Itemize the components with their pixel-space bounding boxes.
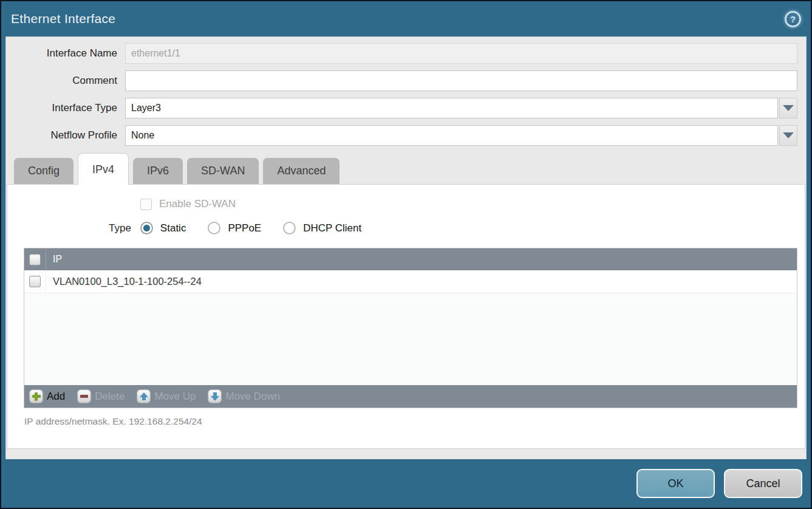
radio-selected-icon — [140, 222, 153, 234]
select-all-checkbox[interactable] — [29, 254, 41, 265]
interface-type-label: Interface Type — [6, 102, 125, 114]
radio-option-static[interactable]: Static — [140, 222, 186, 234]
tab-config[interactable]: Config — [14, 158, 73, 184]
ip-column-header: IP — [46, 254, 62, 265]
netflow-profile-dropdown-button[interactable] — [779, 125, 797, 146]
row-checkbox[interactable] — [29, 276, 41, 287]
comment-label: Comment — [6, 75, 125, 87]
move-up-button-label: Move Up — [154, 391, 196, 403]
radio-unselected-icon — [283, 222, 296, 234]
dropdown-arrow-icon — [783, 105, 794, 111]
tab-ipv6[interactable]: IPv6 — [133, 158, 183, 184]
ethernet-interface-dialog: Ethernet Interface ? Interface Name Comm… — [0, 0, 812, 509]
arrow-up-icon — [137, 390, 150, 403]
table-toolbar: Add Delete Move Up Move Down — [24, 385, 797, 408]
move-down-button-label: Move Down — [225, 391, 280, 403]
type-label: Type — [109, 222, 131, 234]
dialog-footer: OK Cancel — [1, 459, 811, 508]
enable-sdwan-checkbox — [140, 199, 152, 210]
enable-sdwan-row: Enable SD-WAN — [7, 198, 805, 210]
delete-button: Delete — [78, 390, 125, 403]
ok-button[interactable]: OK — [636, 469, 715, 498]
ipv4-tab-panel: Enable SD-WAN Type Static PPPoE DHCP Cli… — [7, 184, 805, 449]
tab-sd-wan[interactable]: SD-WAN — [187, 158, 259, 184]
comment-row: Comment — [6, 70, 797, 91]
minus-icon — [78, 390, 90, 403]
dialog-title: Ethernet Interface — [11, 12, 115, 26]
interface-type-input[interactable] — [125, 98, 778, 118]
radio-unselected-icon — [208, 222, 220, 234]
arrow-down-icon — [208, 390, 221, 403]
dropdown-arrow-icon — [783, 132, 794, 138]
ip-table-header: IP — [24, 248, 797, 270]
enable-sdwan-label: Enable SD-WAN — [159, 198, 236, 210]
comment-input[interactable] — [125, 70, 797, 91]
add-button[interactable]: Add — [30, 390, 65, 403]
radio-label: PPPoE — [228, 222, 261, 234]
netflow-profile-input[interactable] — [125, 125, 778, 146]
title-bar: Ethernet Interface ? — [1, 1, 811, 36]
table-empty-area — [24, 293, 797, 385]
netflow-profile-row: Netflow Profile — [6, 125, 797, 146]
interface-type-row: Interface Type — [6, 98, 797, 118]
move-down-button: Move Down — [208, 390, 280, 403]
cancel-button[interactable]: Cancel — [724, 469, 802, 498]
radio-option-dhcp-client[interactable]: DHCP Client — [283, 222, 361, 234]
radio-label: DHCP Client — [303, 222, 361, 234]
help-question-icon[interactable]: ? — [785, 11, 801, 27]
ip-format-hint: IP address/netmask. Ex. 192.168.2.254/24 — [24, 416, 805, 427]
table-row[interactable]: VLAN0100_L3_10-1-100-254--24 — [24, 270, 797, 293]
type-radio-group: Type Static PPPoE DHCP Client — [7, 222, 805, 234]
ip-table: IP VLAN0100_L3_10-1-100-254--24 Add — [24, 248, 797, 408]
ip-cell-value: VLAN0100_L3_10-1-100-254--24 — [46, 276, 202, 287]
interface-name-row: Interface Name — [6, 43, 797, 64]
interface-name-input — [125, 43, 797, 64]
tab-ipv4[interactable]: IPv4 — [78, 153, 129, 185]
tab-advanced[interactable]: Advanced — [263, 158, 339, 184]
add-button-label: Add — [47, 391, 65, 403]
dialog-body: Interface Name Comment Interface Type Ne… — [5, 36, 807, 459]
delete-button-label: Delete — [95, 391, 125, 403]
tab-strip: Config IPv4 IPv6 SD-WAN Advanced — [6, 152, 806, 184]
interface-type-dropdown-button[interactable] — [779, 98, 797, 118]
row-checkbox-cell — [24, 270, 46, 293]
plus-icon — [30, 390, 43, 403]
radio-label: Static — [160, 222, 186, 234]
select-all-cell — [24, 248, 46, 270]
radio-option-pppoe[interactable]: PPPoE — [208, 222, 261, 234]
netflow-profile-label: Netflow Profile — [6, 129, 125, 142]
interface-name-label: Interface Name — [6, 47, 125, 60]
move-up-button: Move Up — [137, 390, 196, 403]
